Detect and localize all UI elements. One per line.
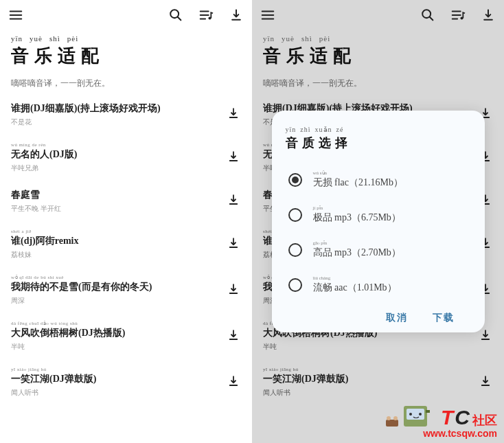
svg-point-6 (393, 416, 398, 420)
quality-option[interactable]: liú chàng流畅 aac（1.01Mb） (286, 267, 471, 302)
song-title: 一笑江湖(DJ弹鼓版) (11, 373, 222, 385)
dialog-overlay: yīn zhì xuǎn zé 音质选择 wú sǔn无损 flac（21.16… (252, 0, 504, 443)
song-artist: 不是花 (11, 117, 222, 127)
watermark-sq: 社区 (472, 412, 497, 429)
song-item[interactable]: wú míng de rén无名的人(DJ版)半吨兄弟 (11, 134, 241, 180)
watermark-url: www.tcsqw.com (423, 428, 497, 439)
svg-point-5 (387, 416, 391, 420)
song-item[interactable]: shéi a jiē谁(dj)阿街remix荔枝妹 (11, 220, 241, 266)
page-subtitle: 嘀嗒嘀音译，一一剖无在。 (0, 71, 252, 93)
page-title: yīn yuè shì pèi 音乐适配 (0, 30, 252, 71)
dialog-title: yīn zhì xuǎn zé 音质选择 (286, 126, 471, 151)
svg-rect-4 (386, 420, 398, 427)
song-title: 春庭雪 (11, 189, 222, 201)
song-pinyin: shéi a jiē (11, 229, 222, 234)
song-info: wǒ qī dāi de bú shì xuě我期待的不是雪(而是有你的冬天)周… (11, 275, 222, 306)
screen-dialog: yīn yuè shì pèi 音乐适配 嘀嗒嘀音译，一一剖无在。 谁拥(DJ细… (252, 0, 504, 443)
cancel-button[interactable]: 取消 (386, 312, 408, 324)
song-title: 我期待的不是雪(而是有你的冬天) (11, 281, 222, 293)
download-icon[interactable] (227, 237, 241, 252)
screen-list: yīn yuè shì pèi 音乐适配 嘀嗒嘀音译，一一剖无在。 谁拥(DJ细… (0, 0, 252, 443)
radio-icon[interactable] (288, 173, 302, 187)
song-artist: 平生不晚 半开红 (11, 204, 222, 214)
quality-option[interactable]: jí pǐn极品 mp3（6.75Mb） (286, 197, 471, 232)
song-info: 谁拥(DJ细嘉版)(持上滚场好戏开场)不是花 (11, 102, 222, 127)
song-info: yī xiào jiāng hú一笑江湖(DJ弹鼓版)闻人听书 (11, 367, 222, 398)
watermark: T C 社区 www.tcsqw.com (383, 402, 497, 439)
confirm-button[interactable]: 下载 (433, 312, 455, 324)
svg-point-9 (409, 413, 412, 416)
song-pinyin: wǒ qī dāi de bú shì xuě (11, 275, 222, 280)
download-icon[interactable] (227, 150, 241, 166)
song-item[interactable]: 春庭雪平生不晚 半开红 (11, 180, 241, 220)
song-item[interactable]: wǒ qī dāi de bú shì xuě我期待的不是雪(而是有你的冬天)周… (11, 266, 241, 313)
song-info: 春庭雪平生不晚 半开红 (11, 188, 222, 214)
quality-label: jí pǐn极品 mp3（6.75Mb） (313, 205, 401, 224)
song-title: 无名的人(DJ版) (11, 148, 222, 161)
song-title: 谁(dj)阿街remix (11, 235, 222, 247)
svg-point-10 (419, 413, 422, 416)
song-artist: 闻人听书 (11, 388, 222, 398)
song-title: 大风吹倒梧桐树(DJ热播版) (11, 327, 222, 339)
quality-label: liú chàng流畅 aac（1.01Mb） (313, 275, 397, 294)
song-info: wú míng de rén无名的人(DJ版)半吨兄弟 (11, 142, 222, 173)
playlist-icon[interactable] (198, 8, 214, 23)
song-pinyin: dà fēng chuī dǎo wú tóng shù (11, 321, 222, 326)
quality-dialog: yīn zhì xuǎn zé 音质选择 wú sǔn无损 flac（21.16… (272, 111, 485, 332)
song-artist: 半吨兄弟 (11, 163, 222, 173)
song-list: 谁拥(DJ细嘉版)(持上滚场好戏开场)不是花wú míng de rén无名的人… (0, 93, 252, 405)
song-artist: 半吨 (11, 342, 222, 352)
radio-icon[interactable] (288, 243, 302, 257)
song-item[interactable]: dà fēng chuī dǎo wú tóng shù大风吹倒梧桐树(DJ热播… (11, 313, 241, 359)
song-artist: 周深 (11, 296, 222, 306)
svg-rect-11 (426, 410, 430, 413)
song-item[interactable]: 谁拥(DJ细嘉版)(持上滚场好戏开场)不是花 (11, 93, 241, 134)
search-icon[interactable] (168, 8, 183, 23)
song-info: dà fēng chuī dǎo wú tóng shù大风吹倒梧桐树(DJ热播… (11, 321, 222, 352)
song-pinyin: wú míng de rén (11, 142, 222, 148)
quality-label: gāo pǐn高品 mp3（2.70Mb） (313, 240, 401, 259)
download-icon[interactable] (227, 107, 241, 122)
watermark-illustration (383, 402, 438, 429)
radio-icon[interactable] (288, 278, 302, 292)
download-icon[interactable] (227, 283, 241, 298)
watermark-c: C (455, 406, 470, 429)
song-artist: 荔枝妹 (11, 250, 222, 260)
download-icon[interactable] (227, 194, 241, 209)
downloads-icon[interactable] (229, 8, 244, 23)
radio-icon[interactable] (288, 208, 302, 222)
watermark-t: T (441, 406, 453, 429)
quality-option[interactable]: gāo pǐn高品 mp3（2.70Mb） (286, 232, 471, 267)
download-icon[interactable] (227, 375, 241, 390)
quality-label: wú sǔn无损 flac（21.16Mb） (313, 170, 403, 189)
song-pinyin: yī xiào jiāng hú (11, 367, 222, 372)
quality-list: wú sǔn无损 flac（21.16Mb）jí pǐn极品 mp3（6.75M… (286, 162, 471, 302)
menu-icon[interactable] (8, 8, 23, 23)
topbar-left (0, 0, 252, 30)
song-info: shéi a jiē谁(dj)阿街remix荔枝妹 (11, 229, 222, 260)
song-title: 谁拥(DJ细嘉版)(持上滚场好戏开场) (11, 102, 222, 115)
quality-option[interactable]: wú sǔn无损 flac（21.16Mb） (286, 162, 471, 197)
song-item[interactable]: yī xiào jiāng hú一笑江湖(DJ弹鼓版)闻人听书 (11, 359, 241, 405)
download-icon[interactable] (227, 329, 241, 344)
